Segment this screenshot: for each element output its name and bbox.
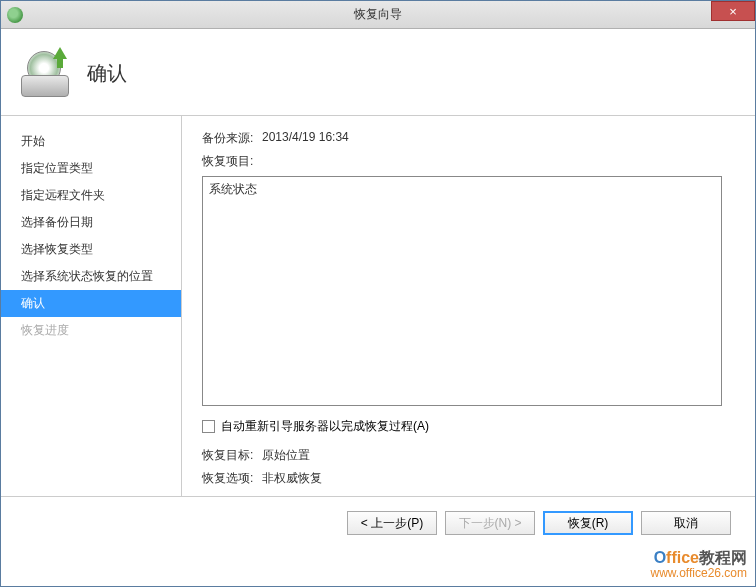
wizard-header: 确认: [1, 29, 755, 116]
watermark-line2: www.office26.com: [651, 567, 748, 580]
sidebar-item-label: 指定位置类型: [21, 161, 93, 175]
restore-option-label: 恢复选项:: [202, 470, 262, 487]
sidebar-item-label: 选择恢复类型: [21, 242, 93, 256]
watermark: Office教程网 www.office26.com: [651, 549, 748, 580]
wizard-window: 恢复向导 × 确认 开始 指定位置类型 指定远程文件夹 选择备份日期 选择恢复类…: [0, 0, 756, 587]
back-button[interactable]: < 上一步(P): [347, 511, 437, 535]
wizard-footer: < 上一步(P) 下一步(N) > 恢复(R) 取消: [1, 496, 755, 549]
sidebar-item-system-state-location[interactable]: 选择系统状态恢复的位置: [1, 263, 181, 290]
auto-reboot-checkbox[interactable]: [202, 420, 215, 433]
sidebar-item-confirm[interactable]: 确认: [1, 290, 181, 317]
sidebar-item-restore-type[interactable]: 选择恢复类型: [1, 236, 181, 263]
sidebar-item-location-type[interactable]: 指定位置类型: [1, 155, 181, 182]
window-title: 恢复向导: [354, 6, 402, 23]
button-label: 取消: [674, 515, 698, 532]
wizard-body: 开始 指定位置类型 指定远程文件夹 选择备份日期 选择恢复类型 选择系统状态恢复…: [1, 116, 755, 496]
sidebar-item-label: 确认: [21, 296, 45, 310]
sidebar-item-progress: 恢复进度: [1, 317, 181, 344]
sidebar-item-backup-date[interactable]: 选择备份日期: [1, 209, 181, 236]
restore-button[interactable]: 恢复(R): [543, 511, 633, 535]
sidebar-item-label: 选择系统状态恢复的位置: [21, 269, 153, 283]
app-icon: [7, 7, 23, 23]
next-button: 下一步(N) >: [445, 511, 535, 535]
restore-target-value: 原始位置: [262, 447, 310, 464]
restore-target-label: 恢复目标:: [202, 447, 262, 464]
button-label: 下一步(N) >: [459, 515, 522, 532]
restore-option-row: 恢复选项: 非权威恢复: [202, 470, 731, 487]
list-item: 系统状态: [209, 181, 715, 198]
backup-source-label: 备份来源:: [202, 130, 262, 147]
page-title: 确认: [87, 60, 127, 87]
restore-items-listbox[interactable]: 系统状态: [202, 176, 722, 406]
sidebar-item-label: 开始: [21, 134, 45, 148]
close-button[interactable]: ×: [711, 1, 755, 21]
button-label: < 上一步(P): [361, 515, 423, 532]
sidebar-item-label: 指定远程文件夹: [21, 188, 105, 202]
watermark-line1: Office教程网: [651, 549, 748, 567]
sidebar-item-label: 恢复进度: [21, 323, 69, 337]
cancel-button[interactable]: 取消: [641, 511, 731, 535]
backup-source-row: 备份来源: 2013/4/19 16:34: [202, 130, 731, 147]
backup-source-value: 2013/4/19 16:34: [262, 130, 349, 147]
restore-items-row: 恢复项目:: [202, 153, 731, 170]
restore-target-row: 恢复目标: 原始位置: [202, 447, 731, 464]
auto-reboot-row: 自动重新引导服务器以完成恢复过程(A): [202, 418, 731, 435]
sidebar-item-remote-folder[interactable]: 指定远程文件夹: [1, 182, 181, 209]
sidebar-item-start[interactable]: 开始: [1, 128, 181, 155]
button-label: 恢复(R): [568, 515, 609, 532]
sidebar: 开始 指定位置类型 指定远程文件夹 选择备份日期 选择恢复类型 选择系统状态恢复…: [1, 116, 181, 496]
sidebar-item-label: 选择备份日期: [21, 215, 93, 229]
titlebar: 恢复向导 ×: [1, 1, 755, 29]
restore-icon: [21, 49, 69, 97]
restore-items-label: 恢复项目:: [202, 153, 262, 170]
content-panel: 备份来源: 2013/4/19 16:34 恢复项目: 系统状态 自动重新引导服…: [182, 116, 755, 496]
auto-reboot-label: 自动重新引导服务器以完成恢复过程(A): [221, 418, 429, 435]
restore-option-value: 非权威恢复: [262, 470, 322, 487]
close-icon: ×: [729, 4, 737, 19]
